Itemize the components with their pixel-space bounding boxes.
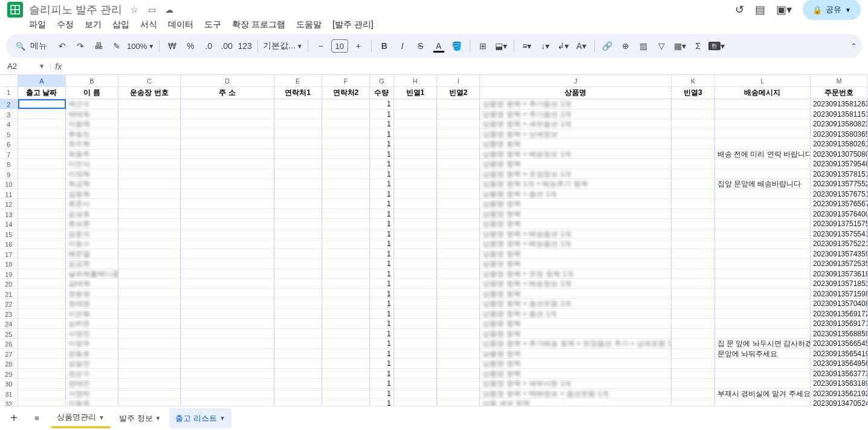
cell[interactable] xyxy=(437,339,480,348)
cloud-icon[interactable]: ☁ xyxy=(165,5,173,15)
cell[interactable] xyxy=(394,229,437,239)
cell[interactable] xyxy=(394,389,437,399)
row-number[interactable]: 28 xyxy=(0,359,18,368)
cell[interactable] xyxy=(715,239,811,249)
cell[interactable] xyxy=(715,249,811,259)
cell[interactable] xyxy=(322,189,370,199)
cell[interactable] xyxy=(118,379,181,388)
cell[interactable] xyxy=(274,189,322,199)
row-number[interactable]: 21 xyxy=(0,289,18,299)
menu-view[interactable]: 보기 xyxy=(85,19,102,30)
cell[interactable]: 상품명 항목 xyxy=(480,139,672,149)
cell[interactable] xyxy=(274,289,322,299)
redo-button[interactable]: ↷ xyxy=(73,38,88,54)
cell[interactable]: 김금현 xyxy=(66,259,118,269)
cell[interactable] xyxy=(274,359,322,368)
cell[interactable] xyxy=(18,379,66,388)
cell[interactable] xyxy=(437,119,480,129)
row-number[interactable]: 9 xyxy=(0,169,18,179)
cell[interactable]: 상품명 항목 xyxy=(480,349,672,359)
cell[interactable] xyxy=(394,319,437,328)
cell[interactable] xyxy=(18,359,66,368)
cell[interactable] xyxy=(118,189,181,199)
cell[interactable] xyxy=(715,109,811,119)
cell[interactable] xyxy=(437,239,480,249)
cell[interactable] xyxy=(672,179,714,189)
cell[interactable] xyxy=(118,349,181,359)
cell[interactable]: 류문서 xyxy=(66,199,118,209)
cell[interactable]: 상품명 항목 xyxy=(480,219,672,229)
paint-format-button[interactable]: ✎ xyxy=(109,38,125,54)
cell[interactable] xyxy=(322,109,370,119)
row-number[interactable]: 24 xyxy=(0,319,18,328)
cell[interactable] xyxy=(322,219,370,229)
cell[interactable] xyxy=(274,99,322,109)
cell[interactable] xyxy=(437,199,480,209)
cell[interactable]: 상품명 항목 xyxy=(480,159,672,169)
menu-data[interactable]: 데이터 xyxy=(168,19,193,30)
cell[interactable]: 2023091356377330 xyxy=(811,369,868,379)
cell[interactable] xyxy=(118,279,181,288)
cell[interactable] xyxy=(437,229,480,239)
cell[interactable] xyxy=(672,359,714,368)
cell[interactable] xyxy=(715,309,811,319)
row-number[interactable]: 1 xyxy=(0,87,18,99)
cell[interactable] xyxy=(394,189,437,199)
cell[interactable] xyxy=(181,339,274,348)
link-button[interactable]: 🔗 xyxy=(600,38,615,54)
cell[interactable] xyxy=(672,389,714,399)
cell[interactable] xyxy=(18,249,66,259)
cell[interactable] xyxy=(394,299,437,308)
decrease-font-button[interactable]: − xyxy=(313,38,329,54)
cell[interactable] xyxy=(322,279,370,288)
cell[interactable] xyxy=(322,359,370,368)
row-number[interactable]: 30 xyxy=(0,379,18,388)
cell[interactable] xyxy=(181,219,274,229)
row-number[interactable]: 16 xyxy=(0,239,18,249)
cell[interactable]: 1 xyxy=(370,239,394,249)
header-cell[interactable]: 운송장 번호 xyxy=(118,87,181,99)
cell[interactable] xyxy=(322,229,370,239)
cell[interactable] xyxy=(118,99,181,109)
cell[interactable] xyxy=(437,369,480,379)
cell[interactable] xyxy=(437,249,480,259)
cell[interactable] xyxy=(118,199,181,209)
cell[interactable]: 정동호 xyxy=(66,349,118,359)
cell[interactable] xyxy=(18,389,66,399)
row-number[interactable]: 20 xyxy=(0,279,18,288)
header-cell[interactable]: 빈열1 xyxy=(394,87,437,99)
row-number[interactable]: 25 xyxy=(0,329,18,339)
cell[interactable] xyxy=(437,169,480,179)
cell[interactable] xyxy=(437,259,480,269)
cell[interactable] xyxy=(394,269,437,279)
cell[interactable] xyxy=(437,379,480,388)
cell[interactable]: 상품명 항목 + 추가배송 항목 + 포장옵션 추가 + 상세포함 1개 xyxy=(480,339,672,348)
row-number[interactable]: 11 xyxy=(0,189,18,199)
cell[interactable]: 정은수 xyxy=(66,369,118,379)
more-formats-button[interactable]: 123 xyxy=(237,38,253,54)
cell[interactable] xyxy=(394,279,437,288)
cell[interactable] xyxy=(274,159,322,169)
row-number[interactable]: 6 xyxy=(0,139,18,149)
cell[interactable] xyxy=(181,159,274,169)
cell[interactable] xyxy=(437,319,480,328)
cell[interactable] xyxy=(394,369,437,379)
cell[interactable] xyxy=(322,239,370,249)
cell[interactable] xyxy=(18,149,66,159)
cell[interactable]: 2023091356495610 xyxy=(811,359,868,368)
cell[interactable] xyxy=(118,209,181,219)
header-cell[interactable]: 상품명 xyxy=(480,87,672,99)
cell[interactable] xyxy=(672,259,714,269)
cell[interactable] xyxy=(437,279,480,288)
cell[interactable] xyxy=(322,319,370,328)
cell[interactable]: 1 xyxy=(370,259,394,269)
cell[interactable]: 상품명 항목 + 포장정보 1개 xyxy=(480,169,672,179)
cell[interactable]: 상품명 항목 + 옵션포함 1개 xyxy=(480,299,672,308)
cell[interactable] xyxy=(274,259,322,269)
cell[interactable] xyxy=(274,169,322,179)
cell[interactable] xyxy=(322,209,370,219)
cell[interactable] xyxy=(672,99,714,109)
cell[interactable] xyxy=(181,249,274,259)
header-cell[interactable]: 배송메시지 xyxy=(715,87,811,99)
cell[interactable]: 2023091357755270 xyxy=(811,179,868,189)
